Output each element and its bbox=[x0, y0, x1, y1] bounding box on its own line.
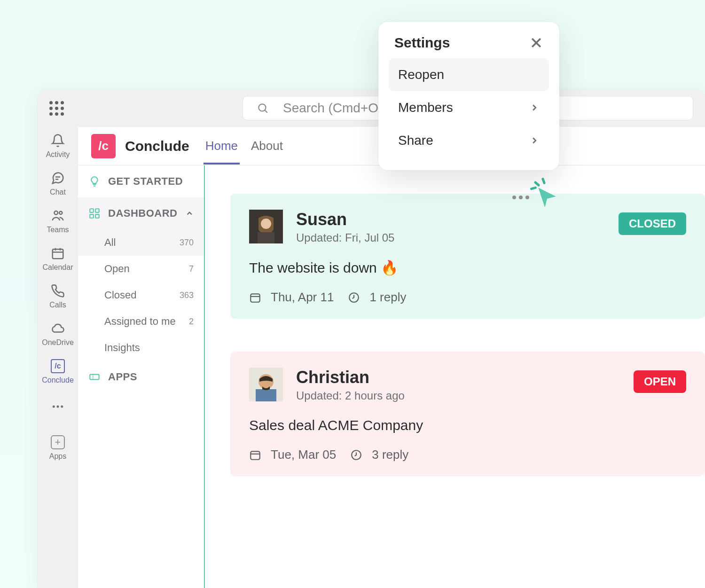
rail-teams[interactable]: Teams bbox=[47, 209, 69, 234]
close-button[interactable] bbox=[529, 36, 543, 50]
tab-home[interactable]: Home bbox=[204, 127, 240, 165]
popover-item-label: Reopen bbox=[398, 67, 444, 82]
svg-rect-23 bbox=[258, 232, 274, 243]
side-nav: GET STARTED DASHBOARD All 370 Open 7 bbox=[78, 165, 205, 588]
nav-item-count: 7 bbox=[189, 264, 194, 274]
history-icon bbox=[348, 291, 360, 304]
svg-rect-30 bbox=[251, 451, 260, 459]
nav-item-closed[interactable]: Closed 363 bbox=[78, 282, 204, 308]
card-body: The website is down 🔥 bbox=[249, 259, 686, 276]
card-replies: 3 reply bbox=[372, 447, 408, 462]
svg-rect-17 bbox=[90, 214, 94, 218]
chevron-right-icon bbox=[529, 102, 540, 113]
popover-title: Settings bbox=[394, 35, 450, 51]
avatar bbox=[249, 368, 283, 401]
rail-label: Conclude bbox=[42, 376, 74, 384]
card-date: Tue, Mar 05 bbox=[271, 447, 336, 462]
card-body: Sales deal ACME Company bbox=[249, 417, 686, 433]
rail-conclude[interactable]: /c Conclude bbox=[42, 359, 74, 384]
left-rail: Activity Chat Teams Calendar Calls OneDr… bbox=[38, 127, 78, 588]
nav-item-label: Assigned to me bbox=[104, 315, 176, 328]
popover-item-reopen[interactable]: Reopen bbox=[389, 58, 549, 91]
rail-label: Calendar bbox=[43, 263, 73, 272]
nav-dashboard[interactable]: DASHBOARD bbox=[78, 197, 204, 229]
bell-icon bbox=[51, 133, 65, 148]
svg-point-14 bbox=[61, 406, 63, 408]
cloud-icon bbox=[51, 321, 65, 336]
card-updated: Updated: Fri, Jul 05 bbox=[296, 231, 394, 244]
nav-item-count: 370 bbox=[180, 238, 194, 248]
nav-item-count: 363 bbox=[180, 290, 194, 300]
svg-point-22 bbox=[261, 219, 271, 229]
nav-item-label: Closed bbox=[104, 289, 136, 301]
conclude-app-logo: /c bbox=[91, 134, 116, 158]
nav-item-assigned[interactable]: Assigned to me 2 bbox=[78, 308, 204, 335]
chevron-right-icon bbox=[529, 135, 540, 146]
card-author: Susan bbox=[296, 210, 394, 229]
rail-onedrive[interactable]: OneDrive bbox=[42, 321, 74, 347]
nav-item-insights[interactable]: Insights bbox=[78, 335, 204, 361]
chevron-up-icon bbox=[185, 208, 194, 219]
settings-popover: Settings Reopen Members Share bbox=[378, 22, 559, 170]
ticket-card[interactable]: Susan Updated: Fri, Jul 05 CLOSED The we… bbox=[230, 194, 705, 319]
card-replies: 1 reply bbox=[369, 290, 406, 305]
rail-activity[interactable]: Activity bbox=[46, 133, 70, 159]
pointer-icon bbox=[534, 183, 560, 212]
popover-item-label: Share bbox=[398, 133, 433, 148]
ticket-card[interactable]: Christian Updated: 2 hours ago OPEN Sale… bbox=[230, 352, 705, 476]
popover-item-members[interactable]: Members bbox=[389, 91, 549, 124]
history-icon bbox=[350, 449, 362, 461]
card-meta: Thu, Apr 11 1 reply bbox=[249, 290, 686, 305]
titlebar: Search (Cmd+Opt+E) bbox=[38, 89, 705, 127]
nav-item-open[interactable]: Open 7 bbox=[78, 256, 204, 282]
svg-point-2 bbox=[258, 104, 266, 111]
close-icon bbox=[529, 36, 543, 50]
app-window: Search (Cmd+Opt+E) Activity Chat Teams C… bbox=[38, 89, 705, 588]
rail-calendar[interactable]: Calendar bbox=[43, 246, 73, 272]
status-badge: OPEN bbox=[634, 370, 686, 393]
svg-rect-28 bbox=[256, 389, 276, 401]
svg-point-7 bbox=[59, 212, 62, 214]
phone-icon bbox=[51, 284, 65, 298]
popover-item-share[interactable]: Share bbox=[389, 124, 549, 157]
rail-label: Chat bbox=[50, 188, 66, 196]
svg-rect-8 bbox=[53, 249, 63, 259]
lightbulb-icon bbox=[88, 175, 101, 188]
avatar bbox=[249, 210, 283, 243]
teams-icon bbox=[51, 209, 65, 223]
svg-line-3 bbox=[265, 110, 267, 112]
feed: Susan Updated: Fri, Jul 05 CLOSED The we… bbox=[205, 165, 705, 588]
card-meta: Tue, Mar 05 3 reply bbox=[249, 447, 686, 462]
dashboard-icon bbox=[88, 207, 101, 220]
svg-point-6 bbox=[55, 211, 58, 215]
rail-more[interactable] bbox=[51, 400, 65, 414]
nav-item-label: Insights bbox=[104, 342, 140, 354]
chat-icon bbox=[51, 171, 65, 185]
popover-item-label: Members bbox=[398, 100, 453, 115]
card-date: Thu, Apr 11 bbox=[271, 290, 334, 305]
svg-rect-16 bbox=[95, 209, 99, 212]
more-icon bbox=[512, 196, 529, 199]
rail-apps[interactable]: + Apps bbox=[49, 435, 66, 461]
nav-item-all[interactable]: All 370 bbox=[78, 229, 204, 256]
calendar-icon bbox=[249, 291, 261, 304]
calendar-icon bbox=[249, 449, 261, 461]
calendar-icon bbox=[51, 246, 65, 260]
main-panel: /c Conclude Home About GET STARTED DASHB… bbox=[78, 127, 705, 588]
rail-label: OneDrive bbox=[42, 338, 74, 347]
search-icon bbox=[257, 102, 269, 114]
conclude-icon: /c bbox=[51, 359, 65, 373]
rail-chat[interactable]: Chat bbox=[50, 171, 66, 196]
app-launcher-icon[interactable] bbox=[49, 101, 64, 116]
nav-item-label: Open bbox=[104, 263, 130, 275]
nav-label: DASHBOARD bbox=[108, 207, 178, 220]
tab-about[interactable]: About bbox=[249, 127, 285, 165]
nav-label: APPS bbox=[108, 371, 137, 383]
nav-get-started[interactable]: GET STARTED bbox=[78, 165, 204, 197]
nav-apps[interactable]: APPS bbox=[78, 361, 204, 393]
plus-icon: + bbox=[51, 435, 65, 449]
nav-label: GET STARTED bbox=[108, 175, 183, 188]
svg-point-12 bbox=[53, 406, 55, 408]
rail-calls[interactable]: Calls bbox=[49, 284, 66, 309]
svg-rect-18 bbox=[95, 214, 99, 218]
